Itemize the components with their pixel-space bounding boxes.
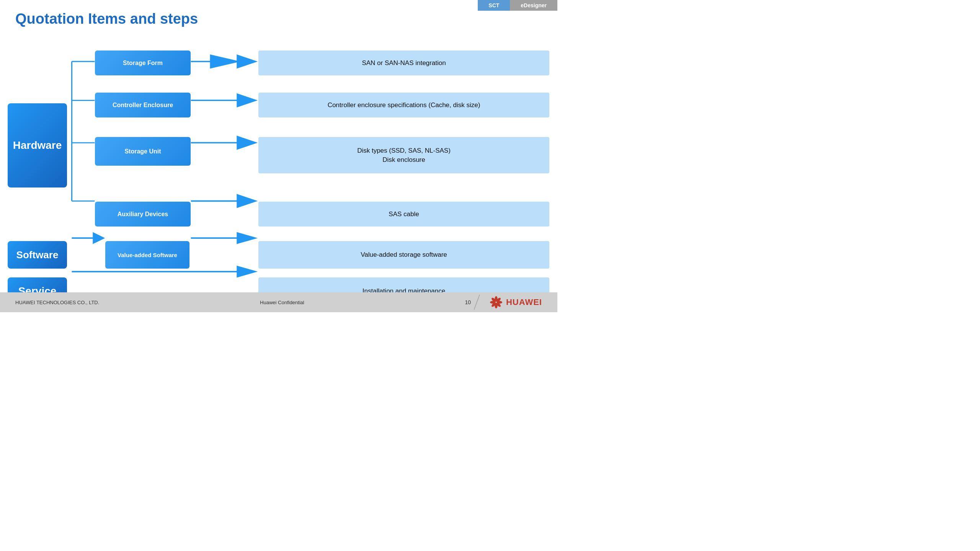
value-added-software-box: Value-added Software — [105, 241, 189, 269]
svg-marker-19 — [237, 266, 258, 277]
tab-sct[interactable]: SCT — [478, 0, 510, 11]
controller-enclosure-box: Controller Enclosure — [95, 93, 191, 117]
footer-page: 10 — [465, 299, 471, 305]
footer: HUAWEI TECHNOLOGIES CO., LTD. Huawei Con… — [0, 292, 557, 312]
diagram: Hardware Storage Form Controller Enclosu… — [4, 42, 554, 289]
svg-marker-5 — [210, 54, 241, 68]
sas-cable-result: SAS cable — [258, 202, 549, 227]
disk-result: Disk types (SSD, SAS, NL-SAS) Disk enclo… — [258, 137, 549, 173]
controller-spec-result: Controller enclosure specifications (Cac… — [258, 93, 549, 117]
footer-company: HUAWEI TECHNOLOGIES CO., LTD. — [15, 300, 99, 305]
software-box: Software — [8, 241, 67, 269]
svg-marker-17 — [237, 232, 258, 244]
svg-marker-15 — [93, 232, 105, 244]
hardware-box: Hardware — [8, 103, 67, 187]
footer-confidential: Huawei Confidential — [260, 300, 304, 305]
footer-right: 10 — [465, 295, 542, 310]
svg-marker-9 — [237, 93, 258, 108]
san-result: SAN or SAN-NAS integration — [258, 51, 549, 75]
huawei-flower-icon — [488, 295, 504, 310]
auxiliary-devices-box: Auxiliary Devices — [95, 202, 191, 227]
storage-form-box: Storage Form — [95, 51, 191, 75]
svg-marker-7 — [237, 54, 258, 68]
footer-separator — [474, 295, 485, 310]
huawei-brand: HUAWEI — [506, 297, 542, 307]
storage-unit-box: Storage Unit — [95, 137, 191, 166]
tab-edesigner[interactable]: eDesigner — [510, 0, 557, 11]
svg-line-20 — [474, 295, 480, 310]
svg-marker-13 — [237, 194, 258, 208]
page-title: Quotation Items and steps — [15, 11, 198, 27]
svg-marker-11 — [237, 136, 258, 150]
huawei-logo: HUAWEI — [488, 295, 542, 310]
value-added-result: Value-added storage software — [258, 241, 549, 269]
tab-bar: SCT eDesigner — [478, 0, 557, 11]
